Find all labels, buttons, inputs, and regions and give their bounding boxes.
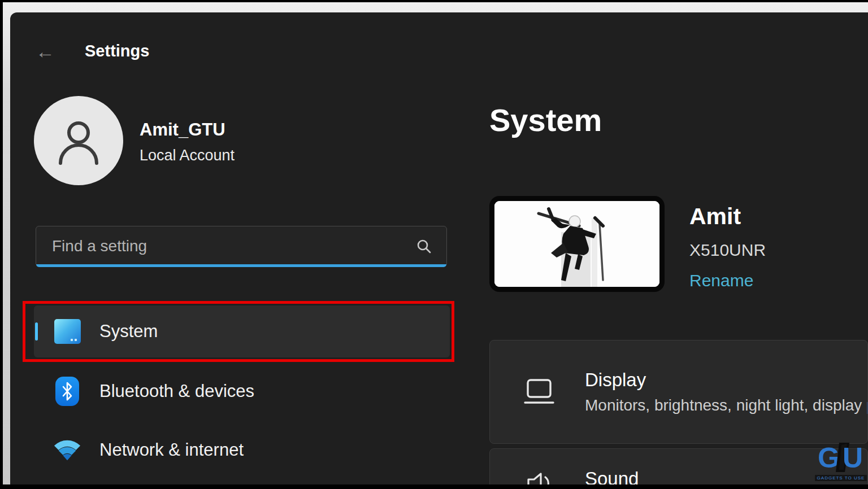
device-name: Amit — [689, 203, 741, 230]
sidebar-item-label: System — [99, 321, 158, 342]
device-wallpaper-thumbnail — [489, 196, 665, 292]
page-title: System — [489, 102, 602, 138]
setting-card-display[interactable]: Display Monitors, brightness, night ligh… — [489, 340, 868, 444]
watermark-caption: GADGETS TO USE — [815, 475, 867, 481]
search-input[interactable]: Find a setting — [36, 226, 447, 267]
sidebar-item-bluetooth[interactable]: Bluetooth & devices — [34, 363, 450, 420]
gadgetstouse-logo-icon: G U — [817, 443, 865, 472]
avatar — [34, 96, 123, 185]
bluetooth-icon — [53, 377, 81, 406]
user-account-type: Local Account — [140, 147, 235, 164]
device-model: X510UNR — [689, 241, 766, 260]
sidebar-item-system[interactable]: System — [34, 305, 450, 357]
settings-window: ← Settings Amit_GTU Local Account Find a… — [10, 12, 868, 484]
wallpaper-character-art — [494, 201, 659, 287]
search-placeholder: Find a setting — [52, 237, 416, 255]
sidebar-item-label: Bluetooth & devices — [99, 381, 254, 401]
search-icon — [416, 238, 432, 254]
sidebar-item-network[interactable]: Network & internet — [34, 422, 450, 478]
gadgetstouse-watermark: G U GADGETS TO USE — [815, 443, 867, 481]
person-icon — [51, 113, 106, 168]
sidebar-item-label: Network & internet — [99, 440, 244, 460]
selected-indicator-pill — [35, 322, 38, 340]
card-title: Sound — [585, 468, 639, 484]
wifi-icon — [53, 438, 81, 462]
display-icon — [519, 377, 559, 407]
sound-icon — [519, 468, 559, 484]
svg-text:U: U — [843, 443, 863, 472]
card-subtitle: Monitors, brightness, night light, displ… — [585, 396, 867, 414]
user-name: Amit_GTU — [140, 120, 225, 140]
back-button[interactable]: ← — [32, 38, 59, 64]
system-icon — [53, 319, 81, 344]
card-title: Display — [585, 369, 867, 391]
rename-link[interactable]: Rename — [689, 271, 753, 290]
app-title: Settings — [85, 42, 149, 60]
setting-card-sound[interactable]: Sound — [489, 448, 868, 484]
